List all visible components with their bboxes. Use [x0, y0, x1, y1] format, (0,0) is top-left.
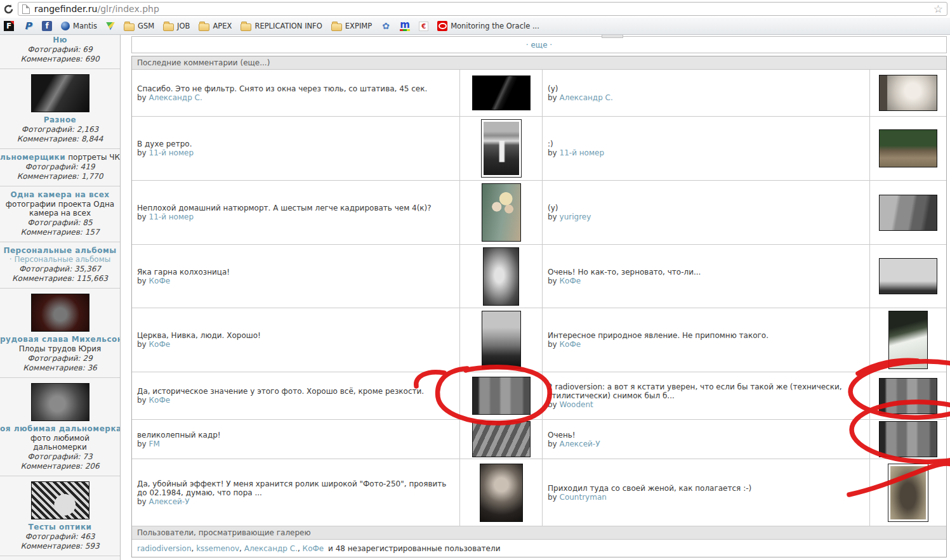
url-omnibox[interactable]: rangefinder.ru /glr/index.php ☆	[18, 2, 947, 16]
reload-button[interactable]	[0, 1, 16, 16]
thumb-group-porch[interactable]	[879, 378, 937, 414]
thumb-night-city[interactable]	[472, 75, 531, 110]
comment-text: (y)	[548, 204, 863, 212]
comment-text: 2 radioversion: а вот я кстати уверен, ч…	[548, 382, 863, 400]
viewer-link[interactable]: radiodiversion	[137, 544, 191, 553]
author-link[interactable]: 11-й номер	[560, 148, 604, 157]
bookmark-folder-expimp[interactable]: EXPIMP	[331, 22, 372, 31]
category-link[interactable]: оя любимая дальномерка	[0, 424, 121, 433]
author-link[interactable]: Александр С.	[149, 93, 202, 102]
category-photos-count: Фотографий: 463	[0, 531, 120, 541]
category-comments-count: Комментариев: 206	[0, 461, 120, 471]
category-link[interactable]: Разное	[44, 115, 77, 124]
comment-text: Церква, Нивка, люди. Хорошо!	[137, 331, 453, 340]
thumb-man-portrait[interactable]	[480, 464, 523, 522]
comment-text: (y)	[548, 84, 863, 93]
category-comments-count: Комментариев: 593	[0, 541, 120, 550]
category-link[interactable]: Ню	[53, 36, 67, 44]
thumb-group-porch[interactable]	[472, 377, 531, 415]
author-link[interactable]: Александр С.	[560, 93, 613, 102]
author-link[interactable]: yurigrey	[560, 212, 591, 221]
bookmark-metro[interactable]: m	[400, 21, 410, 31]
thumb-church[interactable]	[482, 311, 521, 369]
comment-text: :)	[548, 140, 863, 148]
comment-row: Неплохой домашний натюрморт. А шестым ле…	[132, 181, 946, 245]
comment-text: В духе ретро.	[137, 140, 453, 148]
bookmark-oracle[interactable]: Monitoring the Oracle ...	[437, 21, 539, 31]
author-link[interactable]: КоФе	[149, 396, 171, 405]
thumb-camera-red[interactable]	[31, 294, 89, 332]
bookmark-paypal[interactable]: P	[23, 21, 33, 31]
bookmark-facebook[interactable]: f	[42, 21, 52, 31]
author-link[interactable]: 11-й номер	[149, 148, 194, 157]
author-link[interactable]: Countryman	[560, 493, 607, 502]
category-personal-albums: Персональные альбомы · Персональные альб…	[0, 242, 120, 289]
category-link[interactable]: льномерщики	[0, 153, 65, 162]
thumb-power-lines[interactable]	[879, 258, 937, 294]
bookmark-folder-gsm[interactable]: GSM	[124, 22, 154, 31]
viewer-link[interactable]: Александр С.	[244, 544, 298, 553]
author-link[interactable]: КоФе	[149, 340, 171, 349]
category-link[interactable]: Тесты оптики	[29, 523, 92, 531]
bookmark-mantis[interactable]: Mantis	[61, 22, 97, 30]
viewer-link[interactable]: КоФе	[303, 544, 324, 553]
category-photos-count: Фотографий: 85	[0, 218, 120, 227]
category-sidebar: Ню Фотографий: 69 Комментариев: 690 Разн…	[0, 35, 121, 560]
thumb-lighthouse[interactable]	[481, 119, 522, 178]
comment-row: Да, убойный эффект! У меня хранится роли…	[132, 459, 946, 526]
bookmark-folder-apex[interactable]: APEX	[199, 22, 232, 31]
category-favorite-rangefinder: оя любимая дальномерка фото любимой даль…	[0, 378, 120, 476]
author-link[interactable]: Алексей-У	[149, 497, 190, 506]
author-link[interactable]: Алексей-У	[560, 440, 600, 448]
thumb-banjo-bench[interactable]	[879, 129, 937, 167]
author-link[interactable]: 11-й номер	[149, 212, 194, 221]
category-sublink[interactable]: · Персональные альбомы	[10, 255, 110, 264]
thumb-camera-gray[interactable]	[31, 383, 89, 421]
thumb-seated-portrait[interactable]	[888, 464, 928, 522]
category-link[interactable]: рудовая слава Михельсона	[0, 335, 121, 344]
bookmark-gem[interactable]	[106, 22, 115, 30]
thumb-museum-scene[interactable]	[879, 195, 937, 231]
currency-icon: €	[419, 22, 428, 31]
bookmark-flower[interactable]: ✿	[381, 21, 391, 31]
category-photos-count: Фотографий: 419	[0, 162, 120, 171]
thumb-group-porch[interactable]	[879, 421, 937, 457]
author-link[interactable]: КоФе	[560, 340, 581, 349]
category-link[interactable]: Одна камера на всех	[10, 190, 109, 199]
author-link[interactable]: КоФе	[560, 277, 581, 285]
thumb-mountain-river[interactable]	[888, 311, 928, 369]
category-description: фотографии проекта Одна камера на всех	[0, 199, 120, 218]
comment-text: Да, убойный эффект! У меня хранится роли…	[137, 479, 453, 497]
author-link[interactable]: КоФе	[149, 277, 171, 285]
thumb-woman-park[interactable]	[483, 247, 519, 306]
address-bar-row: rangefinder.ru /glr/index.php ☆	[0, 0, 950, 18]
category-photos-count: Фотографий: 29	[0, 353, 120, 363]
category-link[interactable]: Персональные альбомы	[3, 246, 116, 255]
thumb-test-chart[interactable]	[31, 481, 89, 519]
bookmark-folder-job[interactable]: JOB	[163, 22, 190, 31]
viewer-link[interactable]: kssemenov	[196, 544, 239, 553]
category-photos-count: Фотографий: 73	[0, 452, 120, 461]
comment-row: Спасибо. Это не фильтр. Снято из окна че…	[132, 70, 946, 117]
category-technical-illustrations: ехнические иллюстрации Фотографий: 696 К…	[0, 556, 120, 560]
category-raznoe: Разное Фотографий: 2,163 Комментариев: 8…	[0, 69, 120, 149]
bookmark-currency[interactable]: €	[419, 22, 428, 31]
viewer: КоФе	[303, 544, 326, 553]
thumb-road-photo[interactable]	[31, 74, 89, 112]
bookmark-star-icon[interactable]: ☆	[934, 4, 943, 15]
author-link[interactable]: FM	[149, 440, 160, 448]
viewer: Александр С.	[244, 544, 303, 553]
category-comments-count: Комментариев: 157	[0, 227, 120, 237]
author-link[interactable]: Woodent	[560, 400, 593, 409]
category-nu: Ню Фотографий: 69 Комментариев: 690	[0, 35, 120, 69]
folder-icon	[124, 23, 135, 31]
more-link[interactable]: · еще ·	[526, 41, 552, 49]
category-optics-tests: Тесты оптики Фотографий: 463 Комментарие…	[0, 476, 120, 556]
category-comments-count: Комментариев: 8,844	[0, 134, 120, 143]
comment-text: Неплохой домашний натюрморт. А шестым ле…	[137, 204, 453, 212]
thumb-flowers-still-life[interactable]	[482, 183, 521, 242]
thumb-bench-scene[interactable]	[472, 421, 531, 457]
thumb-bride-portrait[interactable]	[879, 75, 937, 111]
bookmark-fortune[interactable]: F	[4, 21, 14, 31]
bookmark-folder-replication-info[interactable]: REPLICATION INFO	[241, 22, 322, 31]
